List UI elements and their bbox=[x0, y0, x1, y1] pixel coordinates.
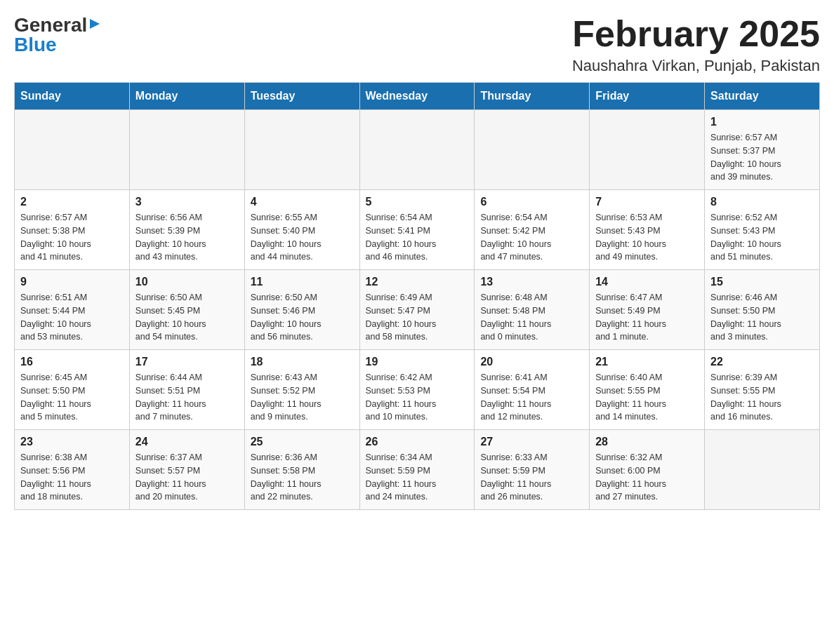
header-monday: Monday bbox=[129, 83, 244, 110]
calendar-cell: 8Sunrise: 6:52 AM Sunset: 5:43 PM Daylig… bbox=[705, 190, 820, 270]
calendar-cell: 18Sunrise: 6:43 AM Sunset: 5:52 PM Dayli… bbox=[244, 350, 359, 430]
day-info: Sunrise: 6:36 AM Sunset: 5:58 PM Dayligh… bbox=[251, 451, 354, 504]
day-number: 9 bbox=[20, 276, 124, 288]
day-number: 26 bbox=[366, 436, 469, 448]
day-info: Sunrise: 6:34 AM Sunset: 5:59 PM Dayligh… bbox=[366, 451, 469, 504]
day-number: 28 bbox=[595, 436, 699, 448]
calendar-cell: 5Sunrise: 6:54 AM Sunset: 5:41 PM Daylig… bbox=[359, 190, 475, 270]
day-number: 4 bbox=[251, 196, 354, 208]
day-number: 2 bbox=[20, 196, 124, 208]
day-number: 20 bbox=[480, 356, 583, 368]
day-info: Sunrise: 6:51 AM Sunset: 5:44 PM Dayligh… bbox=[20, 291, 124, 344]
day-info: Sunrise: 6:32 AM Sunset: 6:00 PM Dayligh… bbox=[595, 451, 699, 504]
day-info: Sunrise: 6:37 AM Sunset: 5:57 PM Dayligh… bbox=[135, 451, 239, 504]
day-info: Sunrise: 6:49 AM Sunset: 5:47 PM Dayligh… bbox=[366, 291, 469, 344]
day-info: Sunrise: 6:48 AM Sunset: 5:48 PM Dayligh… bbox=[480, 291, 583, 344]
day-info: Sunrise: 6:57 AM Sunset: 5:37 PM Dayligh… bbox=[710, 131, 814, 184]
calendar-cell bbox=[475, 110, 590, 190]
svg-marker-0 bbox=[90, 19, 100, 29]
calendar-cell bbox=[705, 430, 820, 510]
day-number: 23 bbox=[20, 436, 124, 448]
day-info: Sunrise: 6:52 AM Sunset: 5:43 PM Dayligh… bbox=[710, 211, 814, 264]
day-number: 11 bbox=[251, 276, 354, 288]
calendar-cell: 10Sunrise: 6:50 AM Sunset: 5:45 PM Dayli… bbox=[129, 270, 244, 350]
header-wednesday: Wednesday bbox=[359, 83, 475, 110]
calendar-cell: 19Sunrise: 6:42 AM Sunset: 5:53 PM Dayli… bbox=[359, 350, 475, 430]
calendar-cell: 13Sunrise: 6:48 AM Sunset: 5:48 PM Dayli… bbox=[475, 270, 590, 350]
day-number: 18 bbox=[251, 356, 354, 368]
day-number: 5 bbox=[366, 196, 469, 208]
week-row-2: 2Sunrise: 6:57 AM Sunset: 5:38 PM Daylig… bbox=[15, 190, 820, 270]
day-number: 10 bbox=[135, 276, 239, 288]
logo-blue-text: Blue bbox=[14, 34, 57, 56]
day-number: 3 bbox=[135, 196, 239, 208]
calendar-cell: 25Sunrise: 6:36 AM Sunset: 5:58 PM Dayli… bbox=[244, 430, 359, 510]
calendar-table: Sunday Monday Tuesday Wednesday Thursday… bbox=[14, 82, 820, 510]
calendar-cell bbox=[129, 110, 244, 190]
day-info: Sunrise: 6:53 AM Sunset: 5:43 PM Dayligh… bbox=[595, 211, 699, 264]
day-info: Sunrise: 6:41 AM Sunset: 5:54 PM Dayligh… bbox=[480, 371, 583, 424]
day-number: 7 bbox=[595, 196, 699, 208]
calendar-cell: 7Sunrise: 6:53 AM Sunset: 5:43 PM Daylig… bbox=[590, 190, 705, 270]
week-row-4: 16Sunrise: 6:45 AM Sunset: 5:50 PM Dayli… bbox=[15, 350, 820, 430]
calendar-cell: 6Sunrise: 6:54 AM Sunset: 5:42 PM Daylig… bbox=[475, 190, 590, 270]
day-info: Sunrise: 6:56 AM Sunset: 5:39 PM Dayligh… bbox=[135, 211, 239, 264]
logo-arrow-icon bbox=[88, 18, 101, 33]
calendar-cell: 14Sunrise: 6:47 AM Sunset: 5:49 PM Dayli… bbox=[590, 270, 705, 350]
calendar-cell: 15Sunrise: 6:46 AM Sunset: 5:50 PM Dayli… bbox=[705, 270, 820, 350]
calendar-cell: 22Sunrise: 6:39 AM Sunset: 5:55 PM Dayli… bbox=[705, 350, 820, 430]
calendar-cell: 27Sunrise: 6:33 AM Sunset: 5:59 PM Dayli… bbox=[475, 430, 590, 510]
week-row-3: 9Sunrise: 6:51 AM Sunset: 5:44 PM Daylig… bbox=[15, 270, 820, 350]
header-thursday: Thursday bbox=[475, 83, 590, 110]
day-number: 8 bbox=[710, 196, 814, 208]
calendar-cell: 28Sunrise: 6:32 AM Sunset: 6:00 PM Dayli… bbox=[590, 430, 705, 510]
calendar-cell: 24Sunrise: 6:37 AM Sunset: 5:57 PM Dayli… bbox=[129, 430, 244, 510]
calendar-cell: 16Sunrise: 6:45 AM Sunset: 5:50 PM Dayli… bbox=[15, 350, 130, 430]
calendar-cell: 4Sunrise: 6:55 AM Sunset: 5:40 PM Daylig… bbox=[244, 190, 359, 270]
day-info: Sunrise: 6:54 AM Sunset: 5:41 PM Dayligh… bbox=[366, 211, 469, 264]
day-info: Sunrise: 6:44 AM Sunset: 5:51 PM Dayligh… bbox=[135, 371, 239, 424]
calendar-cell bbox=[244, 110, 359, 190]
day-info: Sunrise: 6:50 AM Sunset: 5:46 PM Dayligh… bbox=[251, 291, 354, 344]
day-info: Sunrise: 6:39 AM Sunset: 5:55 PM Dayligh… bbox=[710, 371, 814, 424]
day-number: 1 bbox=[710, 116, 814, 128]
header-sunday: Sunday bbox=[15, 83, 130, 110]
title-block: February 2025 Naushahra Virkan, Punjab, … bbox=[572, 14, 820, 75]
page-header: General Blue February 2025 Naushahra Vir… bbox=[14, 14, 820, 75]
day-number: 22 bbox=[710, 356, 814, 368]
day-number: 25 bbox=[251, 436, 354, 448]
day-number: 19 bbox=[366, 356, 469, 368]
calendar-cell: 26Sunrise: 6:34 AM Sunset: 5:59 PM Dayli… bbox=[359, 430, 475, 510]
calendar-cell: 23Sunrise: 6:38 AM Sunset: 5:56 PM Dayli… bbox=[15, 430, 130, 510]
day-number: 6 bbox=[480, 196, 583, 208]
calendar-cell bbox=[15, 110, 130, 190]
weekday-header-row: Sunday Monday Tuesday Wednesday Thursday… bbox=[15, 83, 820, 110]
calendar-cell: 21Sunrise: 6:40 AM Sunset: 5:55 PM Dayli… bbox=[590, 350, 705, 430]
calendar-cell: 20Sunrise: 6:41 AM Sunset: 5:54 PM Dayli… bbox=[475, 350, 590, 430]
day-number: 27 bbox=[480, 436, 583, 448]
location-title: Naushahra Virkan, Punjab, Pakistan bbox=[572, 57, 820, 75]
day-number: 14 bbox=[595, 276, 699, 288]
month-title: February 2025 bbox=[572, 14, 820, 54]
day-info: Sunrise: 6:55 AM Sunset: 5:40 PM Dayligh… bbox=[251, 211, 354, 264]
day-info: Sunrise: 6:43 AM Sunset: 5:52 PM Dayligh… bbox=[251, 371, 354, 424]
week-row-5: 23Sunrise: 6:38 AM Sunset: 5:56 PM Dayli… bbox=[15, 430, 820, 510]
day-info: Sunrise: 6:46 AM Sunset: 5:50 PM Dayligh… bbox=[710, 291, 814, 344]
calendar-cell bbox=[590, 110, 705, 190]
calendar-cell bbox=[359, 110, 475, 190]
day-info: Sunrise: 6:42 AM Sunset: 5:53 PM Dayligh… bbox=[366, 371, 469, 424]
header-tuesday: Tuesday bbox=[244, 83, 359, 110]
header-friday: Friday bbox=[590, 83, 705, 110]
week-row-1: 1Sunrise: 6:57 AM Sunset: 5:37 PM Daylig… bbox=[15, 110, 820, 190]
day-info: Sunrise: 6:45 AM Sunset: 5:50 PM Dayligh… bbox=[20, 371, 124, 424]
day-number: 17 bbox=[135, 356, 239, 368]
day-info: Sunrise: 6:40 AM Sunset: 5:55 PM Dayligh… bbox=[595, 371, 699, 424]
day-info: Sunrise: 6:38 AM Sunset: 5:56 PM Dayligh… bbox=[20, 451, 124, 504]
calendar-cell: 2Sunrise: 6:57 AM Sunset: 5:38 PM Daylig… bbox=[15, 190, 130, 270]
day-number: 12 bbox=[366, 276, 469, 288]
day-info: Sunrise: 6:50 AM Sunset: 5:45 PM Dayligh… bbox=[135, 291, 239, 344]
day-number: 24 bbox=[135, 436, 239, 448]
calendar-cell: 12Sunrise: 6:49 AM Sunset: 5:47 PM Dayli… bbox=[359, 270, 475, 350]
day-info: Sunrise: 6:33 AM Sunset: 5:59 PM Dayligh… bbox=[480, 451, 583, 504]
logo: General Blue bbox=[14, 14, 101, 56]
